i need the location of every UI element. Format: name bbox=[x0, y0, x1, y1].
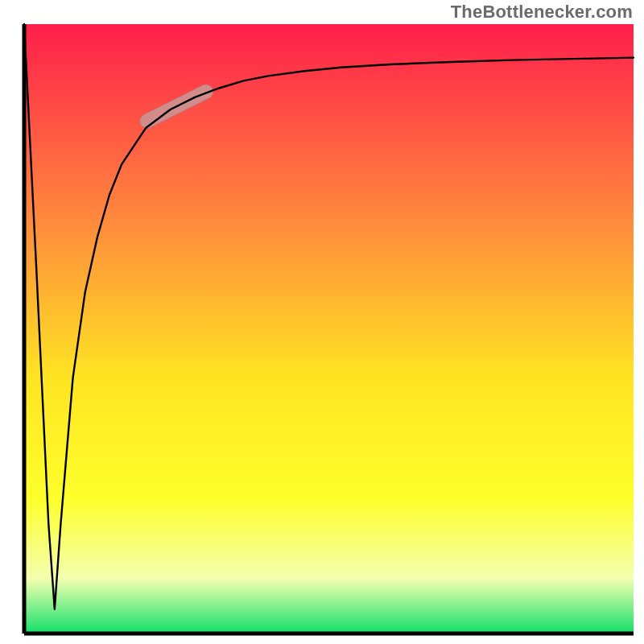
plot-background-heatmap bbox=[24, 24, 634, 634]
bottleneck-chart bbox=[0, 0, 644, 644]
